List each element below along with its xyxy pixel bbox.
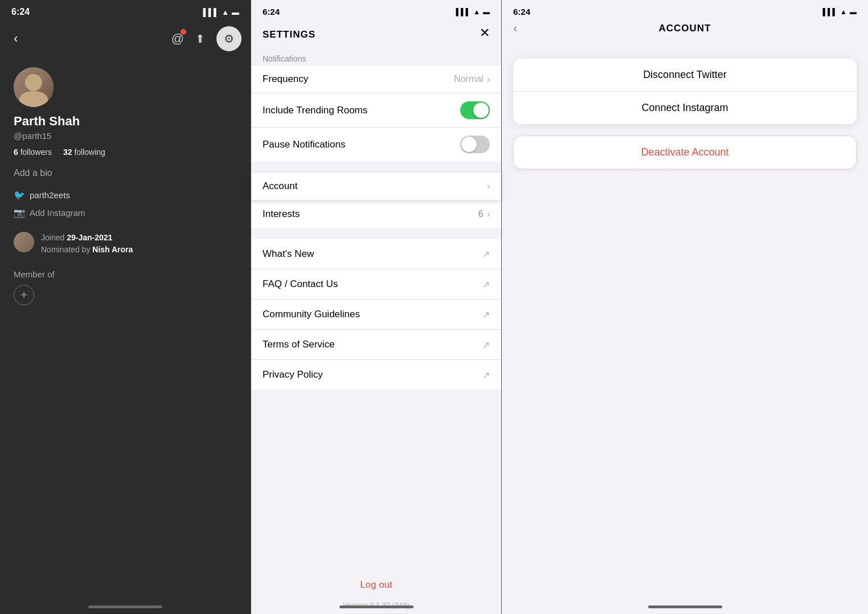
community-label: Community Guidelines	[263, 309, 360, 320]
account-chevron-icon: ›	[487, 181, 490, 191]
settings-panel: 6:24 ▌▌▌ ▲ ▬ SETTINGS ✕ Notifications Fr…	[251, 0, 501, 614]
twitter-icon: 🐦	[14, 190, 25, 200]
mention-button[interactable]: @	[171, 31, 184, 46]
settings-content: 6:24 ▌▌▌ ▲ ▬ SETTINGS ✕ Notifications Fr…	[251, 0, 501, 614]
external-link-icon-4: ↗	[482, 339, 490, 350]
notifications-section-label: Notifications	[251, 50, 501, 66]
twitter-link[interactable]: 🐦 parth2eets	[14, 190, 237, 200]
interests-row[interactable]: Interests 6 ›	[251, 200, 501, 228]
add-instagram-button[interactable]: 📷 Add Instagram	[14, 207, 237, 218]
joined-section: Joined 29-Jan-2021 Nominated by Nish Aro…	[14, 232, 237, 256]
account-home-indicator	[648, 605, 722, 608]
pause-toggle-thumb	[461, 137, 477, 152]
joined-info: Joined 29-Jan-2021 Nominated by Nish Aro…	[41, 232, 133, 256]
settings-signal-icon: ▌▌▌	[456, 8, 471, 16]
deactivate-account-button[interactable]: Deactivate Account	[513, 136, 857, 169]
profile-panel: 6:24 ▌▌▌ ▲ ▬ ‹ @ ⬆ ⚙ Parth Shah @parth15	[0, 0, 251, 614]
logout-button[interactable]: Log out	[360, 579, 392, 590]
time-display: 6:24	[11, 7, 30, 17]
status-bar-settings: 6:24 ▌▌▌ ▲ ▬	[251, 0, 501, 17]
connect-instagram-button[interactable]: Connect Instagram	[513, 92, 857, 124]
account-time: 6:24	[513, 7, 530, 17]
disconnect-twitter-button[interactable]: Disconnect Twitter	[513, 59, 857, 92]
interests-chevron-icon: ›	[487, 209, 490, 219]
pause-label: Pause Notifications	[263, 139, 346, 150]
trending-label: Include Trending Rooms	[263, 105, 367, 116]
trending-toggle[interactable]	[460, 101, 490, 119]
pause-toggle[interactable]	[460, 136, 490, 153]
faq-label: FAQ / Contact Us	[263, 279, 338, 290]
wifi-icon: ▲	[222, 8, 229, 17]
logout-section: Log out	[251, 562, 501, 596]
instagram-icon: 📷	[14, 207, 25, 218]
notification-badge	[181, 29, 186, 35]
settings-home-indicator	[339, 605, 413, 608]
toggle-thumb	[473, 103, 489, 118]
account-group: Account › Interests 6 ›	[251, 173, 501, 228]
add-club-button[interactable]: +	[14, 285, 34, 305]
frequency-value: Normal ›	[454, 74, 490, 84]
external-link-icon-5: ↗	[482, 370, 490, 380]
links-group: What's New ↗ FAQ / Contact Us ↗ Communit…	[251, 239, 501, 390]
member-label: Member of	[14, 269, 237, 279]
avatar-image	[14, 67, 54, 107]
account-row[interactable]: Account ›	[251, 173, 501, 200]
settings-title: SETTINGS	[263, 23, 316, 45]
frequency-label: Frequency	[263, 73, 308, 85]
account-signal-icon: ▌▌▌	[823, 8, 838, 16]
profile-nav: ‹ @ ⬆ ⚙	[0, 22, 251, 58]
separator-1	[251, 161, 501, 173]
user-name: Parth Shah	[14, 114, 237, 129]
nominator-avatar	[14, 232, 34, 252]
account-panel: 6:24 ▌▌▌ ▲ ▬ ‹ ACCOUNT Disconnect Twitte…	[501, 0, 868, 614]
account-back-button[interactable]: ‹	[513, 21, 517, 36]
share-button[interactable]: ⬆	[195, 32, 205, 46]
terms-label: Terms of Service	[263, 339, 335, 350]
gear-icon: ⚙	[224, 32, 234, 46]
settings-wifi-icon: ▲	[473, 8, 480, 16]
account-title: ACCOUNT	[659, 23, 711, 34]
faq-row[interactable]: FAQ / Contact Us ↗	[251, 269, 501, 300]
pause-notifications-row[interactable]: Pause Notifications	[251, 128, 501, 161]
community-row[interactable]: Community Guidelines ↗	[251, 300, 501, 330]
frequency-row[interactable]: Frequency Normal ›	[251, 66, 501, 93]
user-handle: @parth15	[14, 131, 237, 141]
external-link-icon-2: ↗	[482, 279, 490, 290]
trending-rooms-row[interactable]: Include Trending Rooms	[251, 93, 501, 128]
battery-icon: ▬	[232, 8, 239, 17]
settings-time: 6:24	[263, 7, 280, 17]
following-stat: 32 following	[63, 148, 105, 157]
external-link-icon-3: ↗	[482, 309, 490, 320]
avatar	[14, 67, 54, 107]
home-indicator	[88, 605, 162, 608]
chevron-right-icon: ›	[487, 74, 490, 84]
interests-label: Interests	[263, 208, 300, 220]
terms-row[interactable]: Terms of Service ↗	[251, 330, 501, 360]
profile-content: Parth Shah @parth15 6 followers 32 follo…	[0, 58, 251, 314]
privacy-label: Privacy Policy	[263, 369, 323, 380]
settings-button[interactable]: ⚙	[216, 26, 241, 51]
interests-right: 6 ›	[478, 209, 490, 219]
whats-new-label: What's New	[263, 248, 314, 260]
separator-2	[251, 228, 501, 239]
privacy-row[interactable]: Privacy Policy ↗	[251, 360, 501, 390]
notifications-group: Frequency Normal › Include Trending Room…	[251, 66, 501, 161]
status-bar-profile: 6:24 ▌▌▌ ▲ ▬	[0, 0, 251, 22]
account-label: Account	[263, 181, 297, 192]
account-wifi-icon: ▲	[840, 8, 847, 16]
status-bar-account: 6:24 ▌▌▌ ▲ ▬	[502, 0, 868, 17]
account-battery-icon: ▬	[850, 8, 857, 16]
action-sheet: Disconnect Twitter Connect Instagram	[513, 59, 857, 124]
back-button[interactable]: ‹	[9, 29, 22, 48]
social-links: 🐦 parth2eets 📷 Add Instagram	[14, 190, 237, 218]
settings-status-icons: ▌▌▌ ▲ ▬	[456, 8, 490, 16]
add-bio-button[interactable]: Add a bio	[14, 168, 237, 178]
external-link-icon-1: ↗	[482, 249, 490, 260]
settings-close-button[interactable]: ✕	[480, 26, 490, 40]
whats-new-row[interactable]: What's New ↗	[251, 239, 501, 269]
nav-action-icons: @ ⬆ ⚙	[171, 26, 241, 51]
settings-header: SETTINGS ✕	[251, 17, 501, 50]
account-status-icons: ▌▌▌ ▲ ▬	[823, 8, 857, 16]
signal-icon: ▌▌▌	[203, 8, 219, 17]
deactivate-section: Deactivate Account	[513, 136, 857, 169]
